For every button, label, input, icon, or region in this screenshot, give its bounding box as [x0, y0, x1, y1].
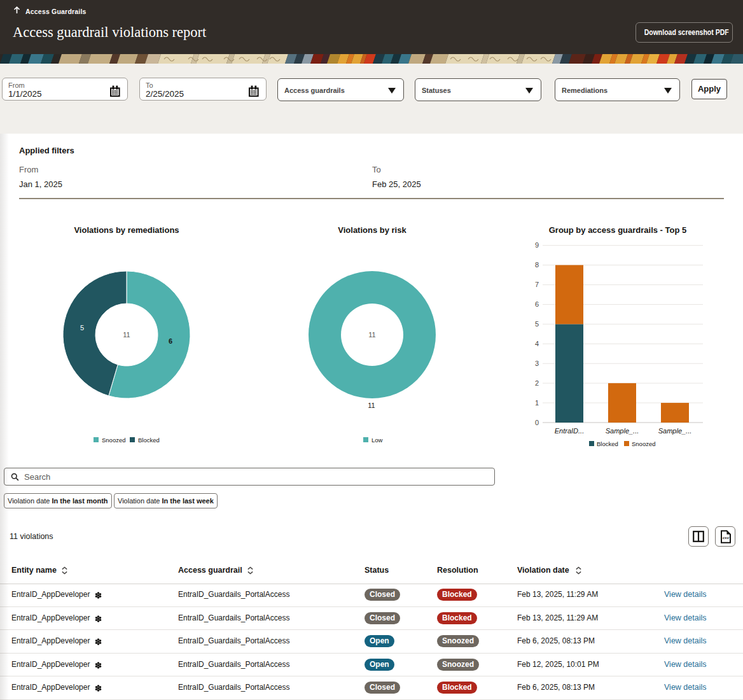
svg-text:Sample_...: Sample_...	[606, 427, 639, 435]
svg-text:7: 7	[535, 281, 539, 288]
svg-text:8: 8	[535, 261, 539, 269]
svg-text:csv: csv	[723, 536, 730, 540]
svg-text:5: 5	[535, 320, 539, 328]
svg-text:2: 2	[535, 379, 539, 387]
svg-text:EntraID...: EntraID...	[555, 427, 584, 435]
svg-text:3: 3	[535, 360, 539, 367]
svg-text:0: 0	[535, 419, 539, 426]
svg-text:1: 1	[535, 399, 539, 407]
svg-text:9: 9	[535, 241, 539, 249]
svg-text:6: 6	[535, 300, 539, 308]
svg-text:Sample_...: Sample_...	[658, 427, 692, 435]
svg-text:4: 4	[535, 340, 539, 347]
